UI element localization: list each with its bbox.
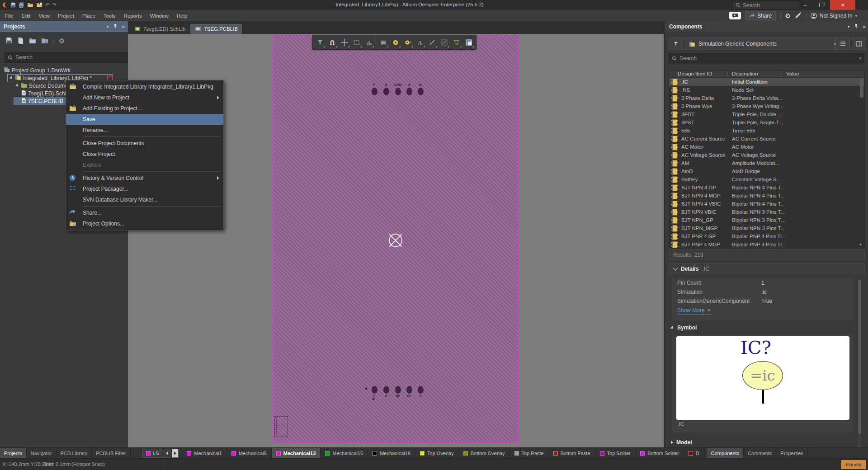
menu-view[interactable]: View [34,10,54,21]
component-row-bjt-npn-4-vbic[interactable]: BJT NPN 4 VBICBipolar NPN 4 Pins T... [669,200,864,208]
context-menu-item-save[interactable]: Save [66,114,223,125]
pcb-tool-component-icon[interactable] [376,36,389,48]
footprint-outline[interactable] [274,416,288,437]
document-tab-7seg-pcblib[interactable]: 7SEG.PCBLIB [190,24,243,34]
category-dropdown[interactable]: Simulation Generic Components ▾ [685,38,840,50]
pcb-tool-move-icon[interactable] [338,36,350,48]
layer-set-button[interactable]: LS [142,449,162,458]
open-project-icon[interactable] [29,38,36,45]
context-menu-item-add-existing-to-project[interactable]: Add Existing to Project... [66,103,223,114]
settings-gear-icon[interactable]: ⚙ [59,37,65,45]
component-row-ic[interactable]: .ICInitial Condition [669,78,864,86]
layer-tab-top-solder[interactable]: Top Solder [595,448,636,459]
component-row-ac-motor[interactable]: AC MotorAC Motor [669,143,864,151]
pcb-pad[interactable] [406,386,412,394]
scroll-layers-right-button[interactable] [172,449,179,458]
symbol-preview[interactable]: IC? =ic [676,336,849,420]
share-button[interactable]: Share [745,11,776,20]
tree-item-project-group-1-dsnwrk[interactable]: Project Group 1.DsnWrk [0,66,128,74]
panel-tab-comments[interactable]: Comments [744,448,776,459]
component-row-3-phase-delta[interactable]: 3 Phase Delta3-Phase Delta Volta... [669,94,864,102]
menu-file[interactable]: File [1,10,18,21]
expander-icon[interactable] [15,84,19,88]
context-menu-item-close-project[interactable]: Close Project [66,149,223,160]
filter-button[interactable] [669,38,683,50]
component-row-ac-current-source[interactable]: AC Current SourceAC Current Source [669,135,864,143]
pcb-tool-dimension-icon[interactable] [438,36,450,48]
pcb-pad[interactable] [372,386,377,394]
pen-disabled-icon[interactable] [795,12,802,19]
component-row-555[interactable]: 555Timer 555 [669,127,864,135]
panel-dropdown-icon[interactable]: ▾ [848,24,850,29]
scroll-layers-left-button[interactable] [164,449,170,458]
layer-tab-bottom-paste[interactable]: Bottom Paste [549,448,595,459]
menu-reports[interactable]: Reports [120,10,146,21]
open-icon[interactable] [27,2,33,8]
context-menu-item-history-version-control[interactable]: History & Version Control [66,173,223,183]
component-row-atod[interactable]: AtoDAtoD Bridge [669,167,864,175]
component-row-bjt-npn-gp[interactable]: BJT NPN_GPBipolar NPN 3 Pins T... [669,216,864,224]
redo-icon[interactable]: ↷ [52,2,57,8]
component-row-3pst[interactable]: 3PSTTriple-Pole, Single-T... [669,118,864,127]
panel-tab-navigator[interactable]: Navigator [27,448,57,459]
context-menu-item-rename[interactable]: Rename... [66,125,223,136]
context-menu-item-add-new-to-project[interactable]: Add New to Project [66,92,223,103]
menu-edit[interactable]: Edit [18,10,35,21]
scroll-down-icon[interactable]: ▾ [859,242,862,247]
component-row-bjt-npn-vbic[interactable]: BJT NPN VBICBipolar NPN 3 Pins T... [669,208,864,216]
context-menu-item-project-options[interactable]: Project Options... [66,218,223,229]
scrollbar-thumb[interactable] [860,79,863,98]
save-icon[interactable] [10,2,16,8]
open-document-icon[interactable] [36,2,42,8]
column-design-item-id[interactable]: Design Item ID [678,71,712,76]
sign-in-menu[interactable]: Not Signed In ▾ [811,13,857,19]
close-icon[interactable]: ✕ [863,24,866,29]
compile-documents-icon[interactable] [17,37,24,45]
close-button[interactable]: ✕ [830,0,855,10]
component-row-bjt-pnp-4-mgp[interactable]: BJT PNP 4 MGPBipolar PNP 4 Pins Tr... [669,240,864,249]
pcb-pad[interactable] [383,386,389,394]
layer-tab-mechanical13[interactable]: Mechanical13 [272,448,321,459]
pcb-tool-select-area-icon[interactable] [350,36,363,48]
component-row-3pdt[interactable]: 3PDTTriple-Pole, Double-... [669,110,864,118]
menu-project[interactable]: Project [54,10,78,21]
pcb-tool-pad-icon[interactable] [389,36,401,48]
layer-tab-mechanical15[interactable]: Mechanical15 [321,448,368,459]
pcb-tool-line-icon[interactable] [426,36,438,48]
pin-icon[interactable] [113,24,118,30]
layer-tab-mechanical5[interactable]: Mechanical5 [227,448,272,459]
menu-tools[interactable]: Tools [99,10,120,21]
pcb-tool-via-icon[interactable] [401,36,414,48]
panel-tab-pcblib-filter[interactable]: PCBLIB Filter [92,448,131,459]
pcb-tool-snap-magnet-icon[interactable] [326,36,338,48]
component-row-ns[interactable]: .NSNode Set [669,86,864,94]
chevron-down-icon[interactable]: ▾ [859,56,861,61]
context-menu-item-share[interactable]: Share... [66,207,223,218]
layer-tab-mechanical16[interactable]: Mechanical16 [368,448,415,459]
details-section-header[interactable]: Details .IC [669,263,865,274]
settings-gear-icon[interactable]: ⚙ [785,12,791,19]
global-search-input[interactable]: Search [732,1,800,9]
context-menu-item-close-project-documents[interactable]: Close Project Documents [66,138,223,149]
list-view-button[interactable] [835,38,850,50]
component-row-bjt-pnp-4-gp[interactable]: BJT PNP 4 GPBipolar PNP 4 Pins Tr... [669,232,864,240]
layer-tab-mechanical1[interactable]: Mechanical1 [182,448,227,459]
document-tab-7seg-led-schlib[interactable]: 7seg(LED).SchLib [130,24,190,34]
pcb-pad[interactable] [418,88,424,95]
column-value[interactable]: Value [786,71,799,76]
save-all-icon[interactable] [19,2,24,8]
pcb-tool-placement-icon[interactable] [363,36,375,48]
component-row-bjt-npn-4-gp[interactable]: BJT NPN 4 GPBipolar NPN 4 Pins T... [669,183,864,192]
pcb-tool-embedded-board-icon[interactable] [462,36,475,48]
panel-tab-pcb-library[interactable]: PCB Library [57,448,92,459]
panel-tab-projects[interactable]: Projects [0,448,27,459]
details-scrollbar[interactable]: ▾ [858,278,861,455]
undo-icon[interactable]: ↶ [45,2,50,8]
symbol-section-header[interactable]: Symbol [669,323,865,333]
scrollbar-thumb[interactable] [858,280,861,434]
comment-icon[interactable] [729,12,741,19]
pcb-pad[interactable] [383,88,389,95]
expander-icon[interactable] [9,76,13,80]
context-menu-item-compile-integrated-library-integrated-library1-libpkg[interactable]: Compile Integrated Library Integrated_Li… [66,81,223,92]
component-row-bjt-npn-mgp[interactable]: BJT NPN_MGPBipolar NPN 3 Pins T... [669,224,864,232]
